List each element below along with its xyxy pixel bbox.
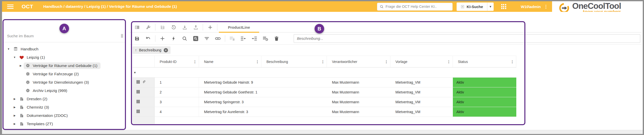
apps-grid-icon[interactable] (501, 4, 506, 9)
upload-button[interactable] (190, 23, 201, 31)
tree-item-label: Leipzig (1) (27, 55, 45, 60)
column-header-verantwortlicher[interactable]: Verantwortlicher⋮ (327, 56, 390, 67)
column-header-status[interactable]: Status⋮ (453, 56, 516, 67)
toolbar-separator (225, 35, 225, 42)
cell-verantwortlicher: Max Mustermann (327, 78, 390, 87)
tree-item-label: Chemnitz (3) (27, 105, 49, 110)
toolbar-separator (155, 35, 155, 42)
tree-item-chemnitz[interactable]: ▶ Chemnitz (3) (3, 103, 126, 111)
cell-beschreibung (261, 97, 327, 107)
cell-verantwortlicher: Max Mustermann (327, 87, 390, 97)
remove-sort-icon[interactable]: × (164, 48, 168, 52)
tree-item-handbuch[interactable]: ▼ Handbuch (3, 45, 126, 53)
hamburger-menu-icon[interactable] (7, 5, 14, 9)
empty-row-filler (132, 117, 516, 124)
tree-item-leipzig[interactable]: ▼ Leipzig (1) (3, 53, 126, 61)
tree-item-label: Templates (ZT) (27, 122, 53, 126)
column-menu-icon[interactable]: ⋮ (256, 60, 259, 64)
save-layout-button[interactable] (157, 23, 168, 31)
screenshot-frame: OCT Handbuch / dataentry / Leipzig (1) /… (0, 0, 644, 135)
column-menu-icon[interactable]: ⋮ (193, 60, 197, 64)
expander-collapsed-icon[interactable]: ▶ (18, 64, 24, 67)
link-button[interactable] (212, 34, 223, 43)
properties-panel-button[interactable] (131, 23, 143, 31)
user-menu[interactable]: W10\admin ⋮ (521, 5, 548, 9)
filter-button[interactable] (201, 34, 212, 43)
add-tab-button[interactable] (205, 23, 216, 31)
gear-icon (25, 88, 30, 93)
navigation-tree: ▼ Handbuch ▼ Leipzig (1) ▶ Verträge für … (3, 42, 126, 134)
cell-produkt-id: 2 (155, 87, 199, 97)
column-menu-icon[interactable]: ⋮ (385, 60, 388, 64)
table-row[interactable]: 1 Mietvertrag Gebäude Hainstr. 9 Max Mus… (132, 78, 516, 87)
expander-collapsed-icon[interactable]: ▶ (12, 106, 18, 109)
tree-item-dresden[interactable]: ▶ Dresden (2) (3, 95, 126, 103)
status-badge: Aktiv (453, 78, 516, 87)
building-icon (19, 97, 24, 101)
gear-icon (25, 72, 30, 76)
grid-detail-icon[interactable] (136, 109, 140, 114)
flash-fill-button[interactable] (168, 34, 179, 43)
add-row-button[interactable] (157, 34, 168, 43)
search-button[interactable] (179, 34, 190, 43)
grid-detail-icon[interactable] (136, 80, 140, 85)
cell-produkt-id: 3 (155, 97, 199, 107)
ki-search-button[interactable]: KI-Suche ▾ (457, 3, 494, 11)
tree-item-vertraege-raeume[interactable]: ▶ Verträge für Räume und Gebäude (1) (3, 61, 126, 70)
tab-productline[interactable]: ProductLine (219, 22, 259, 32)
group-row[interactable]: ▼ (132, 68, 516, 78)
beschreibung-filter-input[interactable] (294, 34, 640, 43)
table-row[interactable]: 3 Mietvertrag Springerstr. 3 Max Musterm… (132, 97, 516, 107)
search-panel-button[interactable] (190, 34, 201, 43)
settings-wrench-button[interactable] (143, 23, 154, 31)
tree-item-archiv-leipzig[interactable]: Archiv Leipzig (999) (3, 86, 126, 95)
column-header-vorlage[interactable]: Vorlage⋮ (390, 56, 453, 67)
download-button[interactable] (179, 23, 190, 31)
table-row[interactable]: 2 Mietvertrag Gebäude Goethestr. 1 Max M… (132, 87, 516, 97)
column-header-produkt-id[interactable]: Produkt-ID⋮ (155, 56, 199, 67)
tree-search-input[interactable] (7, 34, 119, 38)
expand-rows-button[interactable] (249, 34, 260, 43)
column-header-name[interactable]: Name⋮ (199, 56, 261, 67)
expander-expanded-icon[interactable]: ▼ (6, 48, 12, 50)
kebab-menu-icon[interactable]: ⋮ (544, 5, 548, 9)
tree-item-vertraege-dienstleistungen[interactable]: Verträge für Dienstleistungen (3) (3, 78, 126, 86)
tree-item-label: Dresden (2) (27, 97, 47, 101)
column-menu-icon[interactable]: ⋮ (511, 60, 514, 64)
data-panel: ProductLine (129, 12, 642, 124)
expander-collapsed-icon[interactable]: ▶ (12, 122, 18, 125)
expander-collapsed-icon[interactable]: ▶ (12, 114, 18, 117)
app-title: OCT (22, 4, 33, 10)
row-history-button[interactable] (260, 34, 271, 43)
table-row[interactable]: 4 Mietvertrag für Aurelienstr. 3 Max Mus… (132, 107, 516, 117)
lock-rows-button[interactable] (227, 34, 238, 43)
tree-item-templates[interactable]: ▶ Templates (ZT) (3, 120, 126, 128)
save-button[interactable] (131, 34, 143, 43)
panel-resize-handle[interactable] (121, 34, 123, 38)
cell-beschreibung (261, 107, 327, 117)
toolbar-separator (217, 24, 217, 30)
expander-collapsed-icon[interactable]: ▶ (12, 97, 18, 100)
attachment-icon[interactable] (142, 80, 146, 85)
column-menu-icon[interactable]: ⋮ (447, 60, 451, 64)
cell-name: Mietvertrag Springerstr. 3 (199, 97, 261, 107)
help-search-input[interactable]: Frage die OCT Help Center KI.. (377, 3, 453, 11)
grid-detail-icon[interactable] (136, 90, 140, 95)
restore-history-button[interactable] (168, 23, 179, 31)
sort-chip-beschreibung[interactable]: ↑ Beschreibung × (132, 46, 171, 54)
grid-detail-icon[interactable] (136, 99, 140, 105)
undo-button[interactable] (143, 34, 154, 43)
sort-chip-row: ↑ Beschreibung × (129, 45, 642, 56)
expander-expanded-icon[interactable]: ▼ (12, 56, 18, 59)
tree-item-dokumentation[interactable]: ▶ Dokumentation (ZDOC) (3, 111, 126, 120)
group-collapse-icon[interactable]: ▼ (133, 71, 136, 74)
collapse-rows-button[interactable] (238, 34, 249, 43)
column-header-beschreibung[interactable]: Beschreibung⋮ (261, 56, 327, 67)
ki-search-dropdown[interactable]: ▾ (487, 3, 494, 11)
column-menu-icon[interactable]: ⋮ (321, 60, 325, 64)
delete-row-button[interactable] (271, 34, 282, 43)
ki-sparkle-icon (461, 5, 464, 9)
status-badge: Aktiv (453, 97, 516, 107)
tree-item-label: Archiv Leipzig (999) (33, 88, 67, 93)
tree-item-vertraege-fahrzeuge[interactable]: Verträge für Fahrzeuge (2) (3, 70, 126, 78)
